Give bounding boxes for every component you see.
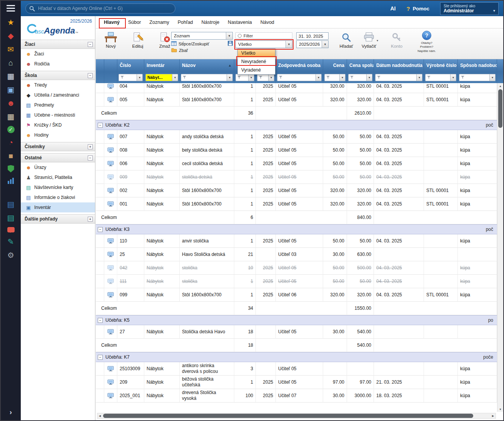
- table-row[interactable]: 27NábytokStolička detská Havo18Učiteľ 05…: [96, 325, 497, 339]
- sidebar-item-predmety[interactable]: ▤Predmety: [21, 100, 95, 110]
- section-toggle-icon[interactable]: −: [88, 73, 93, 78]
- save-icon[interactable]: [228, 41, 233, 47]
- sidebar-item-informácie-o-žiakovi[interactable]: ▤Informácie o žiakovi: [21, 192, 95, 202]
- col-header-inventar[interactable]: Inventár: [144, 59, 180, 72]
- sidebar-section-číselníky[interactable]: Číselníky+: [21, 142, 95, 151]
- home-icon[interactable]: ⌂: [6, 58, 15, 67]
- favorites-star-icon[interactable]: ★: [6, 18, 15, 27]
- column-filter-nazov[interactable]: [181, 74, 233, 81]
- briefcase-icon[interactable]: ■: [6, 152, 15, 160]
- table-row[interactable]: 008Nábytokbety stolička detská12025Učite…: [96, 144, 497, 157]
- scroll-right-icon[interactable]: [491, 413, 496, 418]
- chevron-down-icon[interactable]: [227, 74, 232, 81]
- filter-option-všetko[interactable]: Všetko: [238, 49, 275, 57]
- sidebar-item-učitelia-zamestnanci[interactable]: ◆Učitelia / zamestnanci: [21, 90, 95, 100]
- chat-icon[interactable]: [7, 227, 15, 232]
- person-icon[interactable]: ☻: [6, 99, 15, 107]
- sidebar-item-učebne-miestnosti[interactable]: ▦Učebne - miestnosti: [21, 110, 95, 120]
- col-header-vyrobne[interactable]: Výrobné číslo: [424, 59, 458, 72]
- column-filter-cena[interactable]: [324, 74, 345, 81]
- chevron-down-icon[interactable]: [268, 74, 274, 81]
- table-row[interactable]: 002NábytokStôl 1600x800x70012025Učiteľ 0…: [96, 184, 497, 197]
- horizontal-scroll-thumb[interactable]: [103, 414, 473, 418]
- table-row[interactable]: 111Nábytokstolička12025Učiteľ 0550.0050.…: [96, 275, 497, 288]
- table-row[interactable]: 004NábytokStôl 1600x800x70012025Učiteľ 0…: [96, 83, 497, 93]
- chevron-down-icon[interactable]: ▾: [377, 39, 378, 42]
- vertical-scroll-thumb[interactable]: [498, 89, 502, 128]
- chevron-down-icon[interactable]: [226, 32, 232, 39]
- columns-group-button[interactable]: Stĺpce/Zoskupiť: [171, 41, 233, 47]
- col-header-nazov[interactable]: Názov▲: [180, 59, 234, 72]
- sidebar-section-žiaci[interactable]: Žiaci−: [21, 40, 95, 49]
- date-field[interactable]: 31. 10. 2025: [296, 32, 329, 40]
- col-header-cislo[interactable]: Číslo: [117, 59, 144, 72]
- column-filter-osoba[interactable]: [277, 74, 322, 81]
- sidebar-item-rodičia[interactable]: ☻Rodičia: [21, 59, 95, 69]
- collapse-button[interactable]: Zbaľ: [171, 48, 233, 53]
- sidebar-item-inventár[interactable]: ▣Inventár: [21, 202, 95, 212]
- collapse-group-icon[interactable]: −: [98, 123, 103, 128]
- filter-radio[interactable]: Filter: [235, 32, 292, 39]
- account-menu[interactable]: Ste prihlásený ako Administrátor: [440, 2, 499, 15]
- rocket-icon[interactable]: ◆: [6, 32, 15, 40]
- sidebar-section-ďalšie-pohľady[interactable]: Ďalšie pohľady+: [21, 214, 95, 224]
- chevron-down-icon[interactable]: [489, 74, 495, 81]
- devices-monitor-icon[interactable]: ▣: [6, 85, 15, 94]
- menu-item-návod[interactable]: Návod: [256, 20, 279, 25]
- questions-button[interactable]: ? Otázky? Problém? Napíšte nám.: [414, 31, 439, 53]
- table-row[interactable]: 209Nábytokbéžová stolička učiteľská12025…: [96, 376, 497, 389]
- column-filter-sposob[interactable]: [459, 74, 496, 81]
- table-row[interactable]: 2025_001Nábytokdrevená Stolička vysoká10…: [96, 389, 497, 403]
- table-row[interactable]: 110Nábytokanvir stolička12025Učiteľ 0550…: [96, 234, 497, 248]
- column-filter-datum[interactable]: [375, 74, 422, 81]
- column-filter-rok[interactable]: [257, 74, 274, 81]
- menu-item-pohľad[interactable]: Pohľad: [174, 20, 197, 25]
- table-row[interactable]: 25103009Nábytokantikoro skrinka dverová …: [96, 362, 497, 376]
- global-search[interactable]: [25, 3, 175, 13]
- menu-item-nástroje[interactable]: Nástroje: [197, 20, 224, 25]
- col-header-cena_spolu[interactable]: Cena spolu: [347, 59, 374, 72]
- chart-icon[interactable]: [6, 177, 15, 184]
- sidebar-section-škola[interactable]: Škola−: [21, 71, 95, 80]
- settings-gear-icon[interactable]: ⚙: [6, 251, 15, 259]
- col-header-datum[interactable]: Dátum nadobudnutia: [374, 59, 424, 72]
- menu-item-súbor[interactable]: Súbor: [124, 20, 145, 25]
- print-button[interactable]: ▾ Vytlačiť: [358, 32, 380, 48]
- collapse-group-icon[interactable]: −: [98, 318, 103, 323]
- chevron-down-icon[interactable]: [366, 74, 372, 81]
- chevron-down-icon[interactable]: [315, 74, 321, 81]
- section-toggle-icon[interactable]: −: [88, 42, 93, 47]
- filter-option-vyradené[interactable]: Vyradené: [238, 66, 275, 74]
- clock-icon[interactable]: ◔: [6, 138, 15, 147]
- list-type-select[interactable]: Zoznam: [171, 32, 233, 40]
- sidebar-item-návštevnícke-karty[interactable]: ▤Návštevnícke karty: [21, 182, 95, 192]
- sidebar-item-triedy[interactable]: ☻Triedy: [21, 80, 95, 90]
- table-row[interactable]: 001NábytokStôl 1600x800x70012025Učiteľ 0…: [96, 197, 497, 211]
- sidebar-section-ostatné[interactable]: Ostatné−: [21, 153, 95, 162]
- filter-select[interactable]: Všetko: [235, 40, 292, 48]
- vertical-scrollbar[interactable]: [497, 83, 503, 412]
- library-books-icon[interactable]: ▤: [6, 200, 15, 209]
- collapse-group-icon[interactable]: −: [98, 227, 103, 232]
- column-filter-cena_spolu[interactable]: [348, 74, 372, 81]
- menu-item-nastavenia[interactable]: Nastavenia: [224, 20, 256, 25]
- pen-icon[interactable]: ✎: [6, 237, 15, 246]
- check-icon[interactable]: ✓: [7, 126, 15, 133]
- table-row[interactable]: 005NábytokStôl 1600x800x70012025Učiteľ 0…: [96, 93, 497, 107]
- chevron-down-icon[interactable]: [322, 41, 328, 48]
- planner-icon[interactable]: ▦: [6, 112, 15, 121]
- table-row[interactable]: 006Nábytokcecil stolička detská12025Učit…: [96, 157, 497, 170]
- scroll-left-icon[interactable]: [97, 413, 102, 418]
- chevron-down-icon[interactable]: [285, 41, 292, 48]
- calendar-icon[interactable]: ▦: [6, 72, 15, 80]
- school-year[interactable]: 2025/2026: [21, 16, 95, 24]
- hamburger-menu-icon[interactable]: [7, 5, 15, 12]
- global-search-input[interactable]: [25, 3, 175, 13]
- year-select[interactable]: 2025/2026: [296, 40, 329, 48]
- sidebar-item-úrazy[interactable]: ☻Úrazy: [21, 162, 95, 172]
- filter-option-nevyradené[interactable]: Nevyradené: [238, 57, 275, 66]
- search-button[interactable]: Hľadať: [335, 32, 357, 48]
- edit-button[interactable]: Edituj: [127, 32, 149, 48]
- table-row[interactable]: 007Nábytokandy stolička detská12025Učite…: [96, 130, 497, 144]
- table-row[interactable]: 25NábytokHavo Stolička detská21Učiteľ 03…: [96, 248, 497, 261]
